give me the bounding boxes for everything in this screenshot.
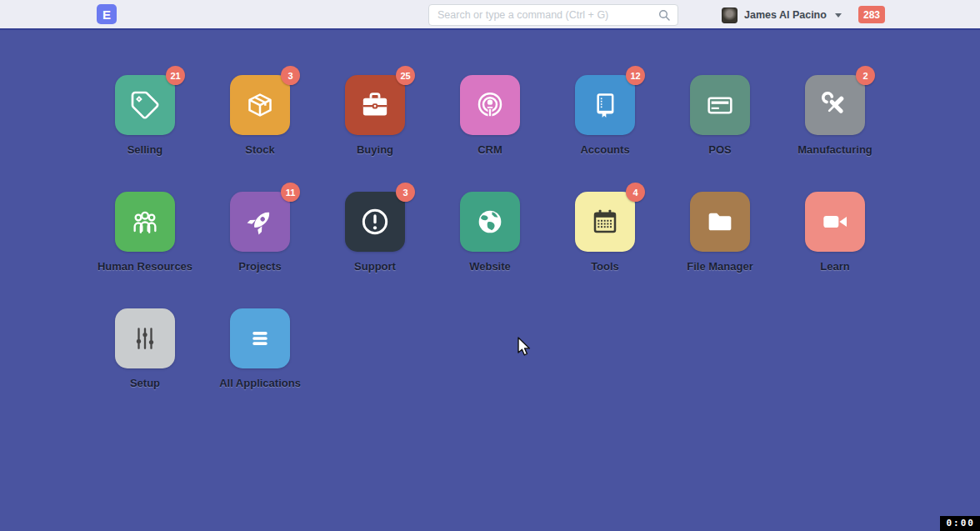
app-shortcut-learn[interactable]: Learn <box>778 192 892 308</box>
app-tile[interactable] <box>460 75 520 135</box>
app-shortcut-pos[interactable]: POS <box>662 75 778 192</box>
user-menu[interactable]: James Al Pacino <box>722 0 842 30</box>
app-label: Selling <box>128 143 163 156</box>
app-logo[interactable]: E <box>97 4 117 24</box>
app-shortcut-buying[interactable]: 25 Buying <box>318 75 432 192</box>
app-tile[interactable]: 25 <box>345 75 405 135</box>
chevron-down-icon <box>835 13 842 18</box>
people-icon <box>128 205 162 238</box>
rocket-icon <box>243 205 277 238</box>
app-label: Manufacturing <box>798 143 872 156</box>
app-shortcut-manufacturing[interactable]: 2 Manufacturing <box>778 75 892 192</box>
app-count-badge: 12 <box>626 66 645 85</box>
app-shortcut-projects[interactable]: 11 Projects <box>202 192 318 308</box>
app-tile[interactable] <box>690 75 750 135</box>
calendar-icon <box>588 205 622 238</box>
app-count-badge: 2 <box>856 66 875 85</box>
app-label: Buying <box>357 143 393 156</box>
app-shortcut-human-resources[interactable]: Human Resources <box>88 192 202 308</box>
box-icon <box>243 88 277 122</box>
app-label: Projects <box>238 260 281 273</box>
app-tile[interactable]: 2 <box>805 75 865 135</box>
topbar: E James Al Pacino 283 <box>0 0 980 30</box>
app-grid: 21 Selling 3 Stock 25 Buying CRM <box>88 75 892 425</box>
app-count-badge: 25 <box>396 66 415 85</box>
app-label: Stock <box>245 143 274 156</box>
app-count-badge: 21 <box>166 66 185 85</box>
app-shortcut-setup[interactable]: Setup <box>88 308 202 425</box>
avatar <box>722 8 738 23</box>
app-tile[interactable]: 11 <box>230 192 290 252</box>
book-icon <box>588 88 622 122</box>
user-name: James Al Pacino <box>744 9 827 21</box>
app-shortcut-support[interactable]: 3 Support <box>318 192 432 308</box>
tag-icon <box>128 88 162 122</box>
app-tile[interactable]: 3 <box>230 75 290 135</box>
app-tile[interactable]: 4 <box>575 192 635 252</box>
app-shortcut-tools[interactable]: 4 Tools <box>548 192 662 308</box>
app-label: Learn <box>820 260 849 273</box>
app-label: Tools <box>591 260 619 273</box>
app-count-badge: 3 <box>281 66 300 85</box>
recording-timer: 0:00 <box>940 516 980 531</box>
app-tile[interactable] <box>230 308 290 368</box>
podcast-icon <box>473 88 507 122</box>
globe-icon <box>473 205 507 238</box>
app-tile[interactable] <box>690 192 750 252</box>
app-label: File Manager <box>687 260 752 273</box>
alert-circle-icon <box>358 205 392 238</box>
wrench-icon <box>818 88 852 122</box>
desk-home: E James Al Pacino 283 21 Selling <box>0 0 980 531</box>
folder-icon <box>703 205 737 238</box>
briefcase-icon <box>358 88 392 122</box>
notification-badge[interactable]: 283 <box>858 6 885 23</box>
app-count-badge: 3 <box>396 183 415 202</box>
app-label: Human Resources <box>98 260 192 273</box>
app-shortcut-file-manager[interactable]: File Manager <box>662 192 778 308</box>
search-bar <box>428 4 678 26</box>
app-tile[interactable] <box>460 192 520 252</box>
app-tile[interactable]: 12 <box>575 75 635 135</box>
sliders-icon <box>128 322 162 355</box>
app-tile[interactable] <box>805 192 865 252</box>
app-shortcut-stock[interactable]: 3 Stock <box>202 75 318 192</box>
app-shortcut-all-applications[interactable]: All Applications <box>202 308 318 425</box>
app-label: Setup <box>130 377 160 389</box>
app-label: Support <box>354 260 396 273</box>
app-label: CRM <box>478 143 502 156</box>
app-label: Website <box>469 260 511 273</box>
video-icon <box>818 205 852 238</box>
app-tile[interactable]: 21 <box>115 75 175 135</box>
app-label: POS <box>708 143 731 156</box>
app-label: Accounts <box>580 143 629 156</box>
app-tile[interactable]: 3 <box>345 192 405 252</box>
app-shortcut-accounts[interactable]: 12 Accounts <box>548 75 662 192</box>
app-count-badge: 11 <box>281 183 300 202</box>
search-icon[interactable] <box>658 8 671 22</box>
app-shortcut-crm[interactable]: CRM <box>432 75 548 192</box>
credit-card-icon <box>703 88 737 122</box>
app-count-badge: 4 <box>626 183 645 202</box>
app-shortcut-website[interactable]: Website <box>432 192 548 308</box>
app-shortcut-selling[interactable]: 21 Selling <box>88 75 202 192</box>
search-input[interactable] <box>429 9 658 21</box>
app-tile[interactable] <box>115 192 175 252</box>
app-tile[interactable] <box>115 308 175 368</box>
app-label: All Applications <box>219 377 301 389</box>
menu-icon <box>243 322 277 355</box>
